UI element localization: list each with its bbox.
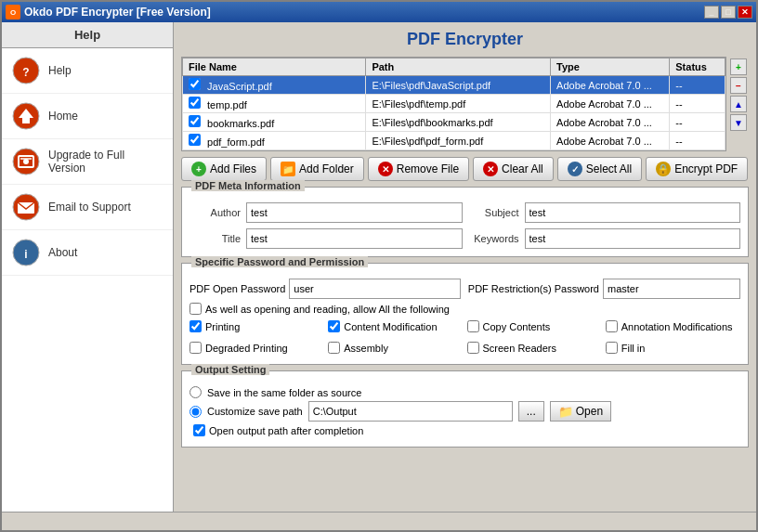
file-status-cell: -- [670,95,725,113]
restriction-pwd-row: PDF Restriction(s) Password [468,279,740,299]
file-table: File Name Path Type Status JavaScript.pd… [182,58,725,150]
keywords-label: Keywords [468,233,519,244]
right-panel: PDF Encrypter File Name Path Type Status [174,22,756,512]
open-pwd-label: PDF Open Password [190,283,285,294]
allow-all-checkbox[interactable] [190,303,202,315]
row-checkbox-0[interactable] [189,78,201,90]
custom-path-row: Customize save path ... 📁 Open [190,401,740,422]
main-window: O Okdo PDF Encrypter [Free Version] _ □ … [0,0,758,532]
sidebar-item-email[interactable]: Email to Support [2,185,173,230]
open-folder-label: Open [576,405,603,418]
custom-path-radio[interactable] [190,406,202,418]
open-folder-button[interactable]: 📁 Open [550,401,611,422]
window-title: Okdo PDF Encrypter [Free Version] [24,6,211,19]
sidebar-item-home[interactable]: Home [2,94,173,139]
printing-label: Printing [205,321,240,332]
password-fields: PDF Open Password PDF Restriction(s) Pas… [190,279,740,299]
output-section-title: Output Setting [191,364,269,375]
output-options: Save in the same folder as source Custom… [190,386,740,436]
row-checkbox-3[interactable] [189,134,201,146]
file-status-cell: -- [670,113,725,132]
same-folder-radio[interactable] [190,386,202,398]
window-controls: _ □ ✕ [704,6,752,19]
fill-in-label: Fill in [621,343,646,354]
screen-readers-checkbox[interactable] [467,342,479,354]
title-input[interactable] [246,228,463,249]
move-up-button[interactable]: ▲ [730,96,747,112]
restriction-pwd-input[interactable] [603,279,740,299]
copy-contents-checkbox[interactable] [467,320,479,332]
screen-readers-perm-row: Screen Readers [467,342,602,354]
open-pwd-input[interactable] [289,279,460,299]
panel-title: PDF Encrypter [181,30,749,49]
content-mod-checkbox[interactable] [328,320,340,332]
table-row[interactable]: JavaScript.pdf E:\Files\pdf\JavaScript.p… [183,76,725,95]
sidebar-label-about: About [48,246,77,259]
select-all-label: Select All [586,162,632,175]
degraded-printing-checkbox[interactable] [190,342,202,354]
file-status-cell: -- [670,132,725,150]
file-path-cell: E:\Files\pdf\JavaScript.pdf [366,76,551,95]
keywords-field-row: Keywords [468,228,741,249]
browse-button[interactable]: ... [518,401,544,422]
open-after-completion-row: Open output path after completion [193,424,740,436]
clear-all-label: Clear All [502,162,543,175]
same-folder-row: Save in the same folder as source [190,386,740,398]
file-path-cell: E:\Files\pdf\bookmarks.pdf [366,113,551,132]
author-field-row: Author [190,202,463,223]
col-header-path: Path [366,58,551,76]
row-checkbox-1[interactable] [189,97,201,109]
move-down-button[interactable]: ▼ [730,114,747,131]
table-area: File Name Path Type Status JavaScript.pd… [181,57,749,151]
output-path-input[interactable] [308,401,513,422]
row-checkbox-2[interactable] [189,115,201,127]
sidebar-label-upgrade: Upgrade to Full Version [48,149,163,175]
table-row[interactable]: pdf_form.pdf E:\Files\pdf\pdf_form.pdf A… [183,132,725,150]
table-row[interactable]: temp.pdf E:\Files\pdf\temp.pdf Adobe Acr… [183,95,725,113]
remove-file-button[interactable]: ✕ Remove File [368,157,469,181]
sidebar-item-help[interactable]: ? Help [2,48,173,94]
select-all-button[interactable]: ✓ Select All [557,157,642,181]
subject-label: Subject [468,207,519,218]
file-name-cell: temp.pdf [183,95,366,113]
svg-text:i: i [24,248,27,261]
encrypt-pdf-button[interactable]: 🔒 Encrypt PDF [646,157,748,181]
sidebar-item-about[interactable]: i About [2,230,173,276]
author-input[interactable] [246,202,463,223]
add-folder-icon: 📁 [281,162,295,176]
file-name-cell: JavaScript.pdf [183,76,366,95]
minimize-button[interactable]: _ [704,6,719,19]
open-after-completion-checkbox[interactable] [193,424,205,436]
svg-text:?: ? [22,66,29,79]
remove-row-button[interactable]: − [730,77,747,94]
browse-label: ... [527,405,536,418]
close-button[interactable]: ✕ [738,6,752,19]
annotation-mod-checkbox[interactable] [606,320,618,332]
encrypt-pdf-label: Encrypt PDF [674,162,738,175]
col-header-filename: File Name [183,58,366,76]
keywords-input[interactable] [525,228,741,249]
open-folder-icon: 📁 [558,405,573,419]
clear-all-button[interactable]: ✕ Clear All [473,157,554,181]
assembly-checkbox[interactable] [328,342,340,354]
add-files-button[interactable]: + Add Files [181,157,267,181]
degraded-printing-label: Degraded Printing [205,343,288,354]
allow-all-row: As well as opening and reading, allow Al… [190,303,740,315]
file-path-cell: E:\Files\pdf\pdf_form.pdf [366,132,551,150]
col-header-type: Type [551,58,670,76]
maximize-button[interactable]: □ [721,6,736,19]
subject-input[interactable] [525,202,741,223]
fill-in-checkbox[interactable] [606,342,618,354]
printing-checkbox[interactable] [190,320,202,332]
open-pwd-row: PDF Open Password [190,279,461,299]
annotation-mod-perm-row: Annotation Modifications [606,320,740,332]
add-row-button[interactable]: + [730,58,747,75]
fill-in-perm-row: Fill in [606,342,740,354]
sidebar-item-upgrade[interactable]: Upgrade to Full Version [2,139,173,185]
table-row[interactable]: bookmarks.pdf E:\Files\pdf\bookmarks.pdf… [183,113,725,132]
assembly-label: Assembly [344,343,388,354]
copy-contents-perm-row: Copy Contents [467,320,602,332]
title-field-row: Title [190,228,463,249]
meta-section-title: PDF Meta Information [191,180,305,191]
add-folder-button[interactable]: 📁 Add Folder [270,157,364,181]
